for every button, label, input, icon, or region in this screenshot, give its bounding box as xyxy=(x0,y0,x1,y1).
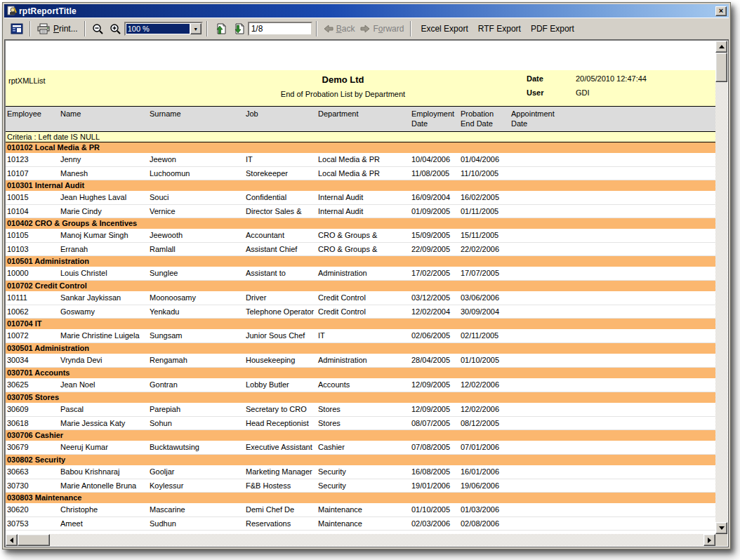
toolbar-separator xyxy=(206,21,208,36)
cell-probation-end-date: 22/02/2006 xyxy=(459,242,510,255)
cell-surname: Jeewooth xyxy=(148,229,244,242)
cell-appointment-date xyxy=(510,291,569,305)
cell-employee: 30663 xyxy=(6,465,59,479)
cell-department: Stores xyxy=(317,403,410,416)
user-label: User xyxy=(527,88,576,97)
group-header-row: 010402 CRO & Groups & Incentives xyxy=(6,218,715,229)
cell-name: Jean Hughes Laval xyxy=(59,191,148,204)
next-page-button[interactable] xyxy=(230,20,248,37)
page-number-input[interactable] xyxy=(248,22,312,36)
cell-employment-date: 16/08/2005 xyxy=(410,465,459,479)
forward-button[interactable]: Forward xyxy=(357,20,407,37)
cell-employment-date: 07/08/2005 xyxy=(410,441,459,454)
rtf-export-button[interactable]: RTF Export xyxy=(478,24,521,34)
cell-name: Marie Christine Luigela xyxy=(59,329,148,342)
group-header-text: 010704 IT xyxy=(6,318,715,329)
cell-filler xyxy=(569,153,715,166)
zoom-out-icon xyxy=(92,23,104,35)
cell-surname: Mascarine xyxy=(148,503,244,516)
column-header-filler xyxy=(569,107,715,132)
cell-filler xyxy=(569,305,715,318)
cell-filler xyxy=(569,516,715,530)
cell-surname: Bucktawutsing xyxy=(148,441,244,454)
group-tree-toggle-button[interactable] xyxy=(8,20,26,37)
zoom-level-combobox[interactable]: 100 % ▼ xyxy=(124,22,203,36)
horizontal-scrollbar[interactable] xyxy=(6,534,715,546)
scroll-down-button[interactable] xyxy=(715,522,727,534)
cell-department: Local Media & PR xyxy=(317,166,410,180)
cell-employment-date: 12/09/2005 xyxy=(410,378,459,392)
report-page-area: rptXMLList Demo Ltd End of Probation Lis… xyxy=(6,41,715,534)
cell-appointment-date xyxy=(510,416,569,429)
report-page: rptXMLList Demo Ltd End of Probation Lis… xyxy=(6,70,715,531)
cell-job: Demi Chef De xyxy=(244,503,317,516)
cell-probation-end-date: 01/11/2005 xyxy=(459,204,510,218)
cell-job: Lobby Butler xyxy=(244,378,317,392)
close-button[interactable]: × xyxy=(715,6,727,16)
cell-probation-end-date: 19/06/2006 xyxy=(459,479,510,492)
app-icon xyxy=(6,6,17,16)
cell-name: Babou Krishnaraj xyxy=(59,465,148,479)
cell-appointment-date xyxy=(510,516,569,530)
zoom-in-button[interactable] xyxy=(107,20,124,37)
group-header-row: 010704 IT xyxy=(6,318,715,329)
scroll-left-icon xyxy=(10,538,13,543)
group-header-row: 030802 Security xyxy=(6,454,715,465)
employee-row: 10000Louis ChristelSungleeAssistant toAd… xyxy=(6,267,715,280)
cell-appointment-date xyxy=(510,305,569,318)
zoom-out-button[interactable] xyxy=(89,20,107,37)
cell-name: Vrynda Devi xyxy=(59,354,148,367)
zoom-dropdown-button[interactable]: ▼ xyxy=(190,23,201,34)
cell-job: IT xyxy=(244,153,317,166)
title-bar[interactable]: rptReportTitle × xyxy=(4,4,729,18)
employee-row: 30753AmeetSudhunReservationsMaintenance0… xyxy=(6,516,715,530)
back-button[interactable]: Back xyxy=(321,20,358,37)
toolbar-separator xyxy=(29,21,31,36)
cell-filler xyxy=(569,441,715,454)
previous-page-button[interactable] xyxy=(211,20,230,37)
group-header-row: 010702 Credit Control xyxy=(6,280,715,291)
horizontal-scrollbar-thumb[interactable] xyxy=(18,534,50,546)
cell-department: Security xyxy=(317,479,410,492)
report-header: rptXMLList Demo Ltd End of Probation Lis… xyxy=(6,70,715,106)
excel-export-button[interactable]: Excel Export xyxy=(421,24,468,34)
toolbar-separator xyxy=(410,21,411,36)
scroll-up-button[interactable] xyxy=(715,41,727,53)
employee-row: 10111Sankar JaykissanMoonoosamyDriverCre… xyxy=(6,291,715,305)
zoom-in-icon xyxy=(110,23,121,35)
employee-row: 30663Babou KrishnarajGooljarMarketing Ma… xyxy=(6,465,715,479)
vertical-scrollbar[interactable] xyxy=(715,41,727,534)
cell-probation-end-date: 01/04/2006 xyxy=(459,153,510,166)
scrollbar-corner xyxy=(715,534,727,546)
cell-name: Marie Cindy xyxy=(59,204,148,218)
cell-filler xyxy=(569,403,715,416)
scroll-right-button[interactable] xyxy=(703,534,715,546)
cell-appointment-date xyxy=(510,329,569,342)
cell-probation-end-date: 17/07/2005 xyxy=(459,267,510,280)
cell-surname: Sudhun xyxy=(148,516,244,530)
print-button[interactable]: Print... xyxy=(34,20,81,37)
cell-department: Maintenance xyxy=(317,503,410,516)
cell-job: F&B Hostess xyxy=(244,479,317,492)
scroll-right-icon xyxy=(708,538,711,543)
employee-row: 10103ErranahRamlallAssistant ChiefCRO & … xyxy=(6,242,715,255)
scroll-left-button[interactable] xyxy=(6,534,18,546)
cell-surname: Sunglee xyxy=(148,267,244,280)
pdf-export-button[interactable]: PDF Export xyxy=(531,24,574,34)
cell-surname: Moonoosamy xyxy=(148,291,244,305)
group-header-text: 010301 Internal Audit xyxy=(6,180,715,191)
cell-employment-date: 01/10/2005 xyxy=(410,503,459,516)
cell-appointment-date xyxy=(510,153,569,166)
cell-employee: 10123 xyxy=(6,153,59,166)
cell-appointment-date xyxy=(510,503,569,516)
cell-employee: 30730 xyxy=(6,479,59,492)
employee-row: 30730Marie Antonelle BrunaKoylessurF&B H… xyxy=(6,479,715,492)
cell-surname: Gontran xyxy=(148,378,244,392)
toolbar-separator xyxy=(84,21,86,36)
cell-employee: 30609 xyxy=(6,403,59,416)
cell-filler xyxy=(569,465,715,479)
forward-arrow-icon xyxy=(360,25,370,33)
cell-appointment-date xyxy=(510,191,569,204)
vertical-scrollbar-thumb[interactable] xyxy=(715,53,727,82)
cell-surname: Jeewon xyxy=(148,153,244,166)
